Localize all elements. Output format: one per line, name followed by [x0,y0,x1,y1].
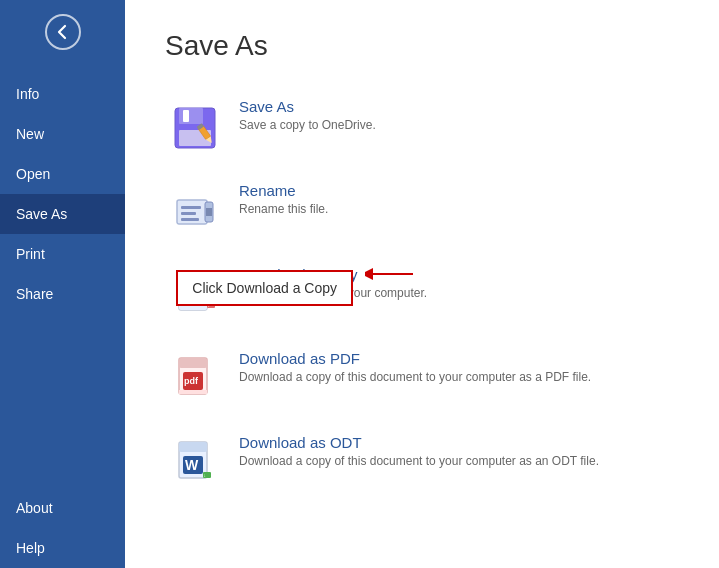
download-pdf-title: Download as PDF [239,350,591,367]
rename-desc: Rename this file. [239,202,328,216]
callout-container: Click Download a Copy [365,260,413,288]
save-as-desc: Save a copy to OneDrive. [239,118,376,132]
download-pdf-desc: Download a copy of this document to your… [239,370,591,384]
download-odt-title: Download as ODT [239,434,599,451]
sidebar-item-share[interactable]: Share [0,274,125,314]
save-as-text: Save As Save a copy to OneDrive. [239,98,376,132]
save-as-icon [165,98,225,158]
download-pdf-icon: pdf [165,350,225,410]
rename-text: Rename Rename this file. [239,182,328,216]
download-odt-desc: Download a copy of this document to your… [239,454,599,468]
download-pdf-text: Download as PDF Download a copy of this … [239,350,591,384]
svg-rect-1 [179,108,203,124]
back-icon [45,14,81,50]
svg-rect-11 [181,218,199,221]
svg-rect-12 [206,208,212,216]
option-rename[interactable]: Rename Rename this file. [165,170,679,254]
option-download-copy[interactable]: W ↓ Download a Copy Download a copy to y… [165,254,679,338]
callout-arrow-svg [365,260,415,288]
option-download-odt[interactable]: W ↓ Download as ODT Download a copy of t… [165,422,679,506]
svg-rect-9 [181,206,201,209]
sidebar-bottom: About Help [0,488,125,568]
sidebar-item-print[interactable]: Print [0,234,125,274]
svg-rect-23 [179,358,207,368]
option-save-as[interactable]: Save As Save a copy to OneDrive. [165,86,679,170]
download-odt-text: Download as ODT Download a copy of this … [239,434,599,468]
rename-icon [165,182,225,242]
back-button[interactable] [0,0,125,64]
svg-rect-10 [181,212,196,215]
callout-text: Click Download a Copy [192,280,337,296]
main-content: Save As Save As Save a copy to OneDrive. [125,0,719,568]
save-as-title: Save As [239,98,376,115]
sidebar-item-new[interactable]: New [0,114,125,154]
option-download-pdf[interactable]: pdf Download as PDF Download a copy of t… [165,338,679,422]
sidebar-item-about[interactable]: About [0,488,125,528]
svg-text:↓: ↓ [204,472,207,478]
page-title: Save As [165,30,679,62]
sidebar-item-open[interactable]: Open [0,154,125,194]
sidebar-item-info[interactable]: Info [0,74,125,114]
svg-text:W: W [185,457,199,473]
download-odt-icon: W ↓ [165,434,225,494]
rename-title: Rename [239,182,328,199]
svg-text:pdf: pdf [184,376,199,386]
sidebar: Info New Open Save As Print Share About … [0,0,125,568]
sidebar-item-help[interactable]: Help [0,528,125,568]
sidebar-item-save-as[interactable]: Save As [0,194,125,234]
svg-rect-27 [179,390,207,394]
svg-rect-29 [179,442,207,452]
svg-rect-2 [183,110,189,122]
sidebar-nav: Info New Open Save As Print Share [0,74,125,314]
callout-box: Click Download a Copy [176,270,353,306]
